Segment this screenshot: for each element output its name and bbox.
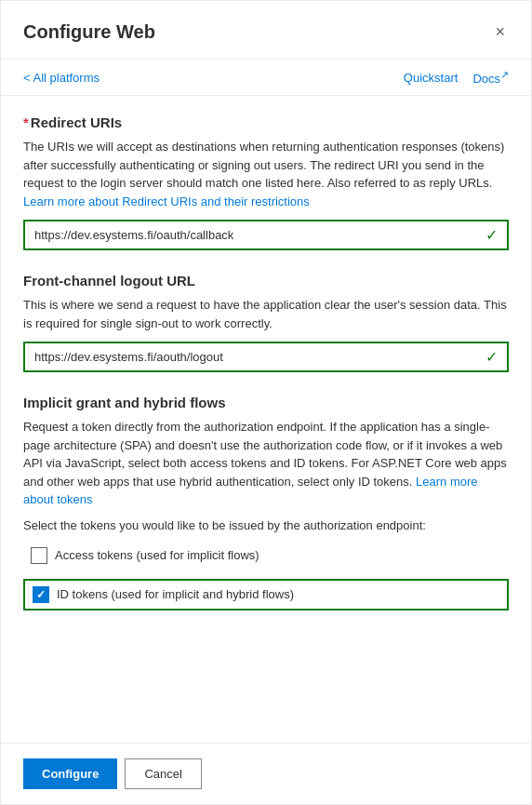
close-button[interactable]: × xyxy=(491,20,509,44)
cancel-button[interactable]: Cancel xyxy=(125,758,201,789)
id-tokens-checkbox-item[interactable]: ID tokens (used for implicit and hybrid … xyxy=(23,579,509,610)
front-channel-title: Front-channel logout URL xyxy=(23,273,509,288)
modal-title: Configure Web xyxy=(23,21,155,43)
implicit-grant-section: Implicit grant and hybrid flows Request … xyxy=(23,395,509,610)
front-channel-section: Front-channel logout URL This is where w… xyxy=(23,273,509,372)
redirect-uri-input-wrapper: ✓ xyxy=(23,220,509,250)
redirect-uris-learn-link[interactable]: Learn more about Redirect URIs and their… xyxy=(23,195,310,208)
quickstart-link[interactable]: Quickstart xyxy=(404,71,459,85)
access-tokens-label: Access tokens (used for implicit flows) xyxy=(55,548,259,562)
docs-link[interactable]: Docs↗ xyxy=(472,69,509,86)
front-channel-description: This is where we send a request to have … xyxy=(23,296,509,332)
redirect-uri-check-icon: ✓ xyxy=(485,226,507,244)
modal-header: Configure Web × xyxy=(1,1,531,60)
back-to-platforms-link[interactable]: < All platforms xyxy=(23,71,100,85)
redirect-uris-description: The URIs we will accept as destinations … xyxy=(23,138,509,210)
implicit-grant-title: Implicit grant and hybrid flows xyxy=(23,395,509,410)
id-tokens-checkbox[interactable] xyxy=(33,586,49,603)
redirect-uris-section: *Redirect URIs The URIs we will accept a… xyxy=(23,114,509,250)
access-tokens-checkbox[interactable] xyxy=(31,547,47,564)
redirect-uri-input[interactable] xyxy=(25,221,485,248)
implicit-grant-description: Request a token directly from the author… xyxy=(23,418,509,509)
modal-container: Configure Web × < All platforms Quicksta… xyxy=(0,0,532,805)
content-area: *Redirect URIs The URIs we will accept a… xyxy=(1,96,531,743)
external-link-icon: ↗ xyxy=(500,69,509,80)
access-tokens-checkbox-item[interactable]: Access tokens (used for implicit flows) xyxy=(23,542,509,570)
footer: Configure Cancel xyxy=(1,743,531,804)
redirect-uris-title: *Redirect URIs xyxy=(23,114,509,130)
nav-right: Quickstart Docs↗ xyxy=(404,69,509,86)
nav-bar: < All platforms Quickstart Docs↗ xyxy=(1,60,531,96)
docs-label: Docs xyxy=(472,72,500,86)
token-checkboxes: Access tokens (used for implicit flows) … xyxy=(23,542,509,610)
required-marker: * xyxy=(23,114,29,130)
select-tokens-label: Select the tokens you would like to be i… xyxy=(23,518,509,532)
id-tokens-label: ID tokens (used for implicit and hybrid … xyxy=(57,587,294,601)
front-channel-check-icon: ✓ xyxy=(485,348,507,366)
front-channel-logout-input[interactable] xyxy=(25,343,485,370)
front-channel-input-wrapper: ✓ xyxy=(23,342,509,372)
configure-button[interactable]: Configure xyxy=(23,758,117,789)
